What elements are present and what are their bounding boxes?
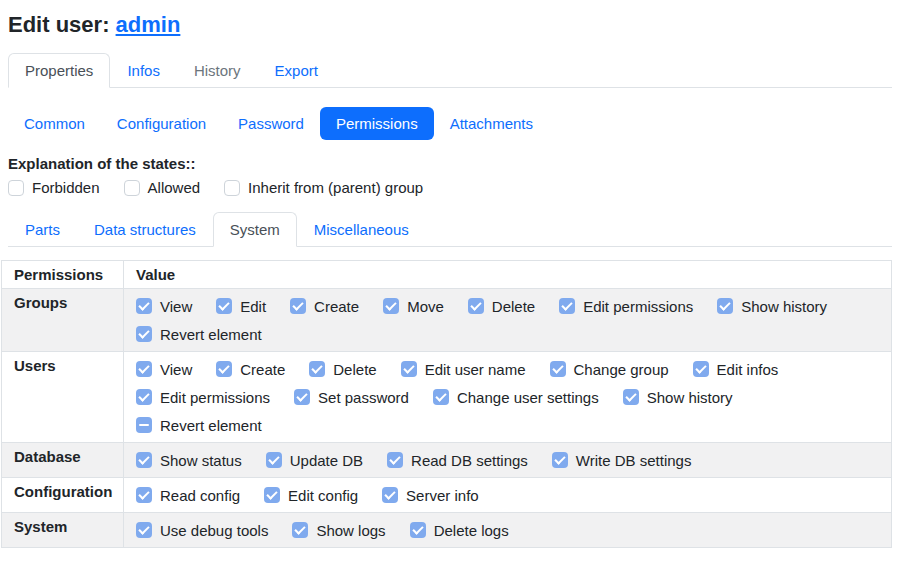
column-header-permissions: Permissions [2, 261, 124, 289]
checkbox-checked-icon[interactable] [292, 522, 308, 538]
checkbox-checked-icon[interactable] [136, 389, 152, 405]
checkbox-checked-icon[interactable] [382, 487, 398, 503]
checkbox-checked-icon[interactable] [136, 298, 152, 314]
permission-label: Update DB [290, 452, 363, 469]
checkbox-unchecked-icon[interactable] [124, 180, 140, 196]
page-container: Edit user: admin PropertiesInfosHistoryE… [0, 0, 906, 548]
row-label: Groups [2, 289, 124, 352]
permission-label: Set password [318, 389, 409, 406]
permission-label: Edit infos [717, 361, 779, 378]
permission-item-read-config: Read config [136, 487, 240, 504]
checkbox-checked-icon[interactable] [309, 361, 325, 377]
permission-item-read-db-settings: Read DB settings [387, 452, 528, 469]
checkbox-checked-icon[interactable] [136, 326, 152, 342]
table-row-configuration: ConfigurationRead configEdit configServe… [2, 478, 892, 513]
permission-item-create: Create [290, 298, 359, 315]
checkbox-checked-icon[interactable] [216, 298, 232, 314]
legend-item-allowed: Allowed [124, 179, 201, 196]
permission-label: Delete logs [434, 522, 509, 539]
permission-item-view: View [136, 361, 192, 378]
permission-item-show-history: Show history [623, 389, 733, 406]
permission-item-use-debug-tools: Use debug tools [136, 522, 268, 539]
row-label: Database [2, 443, 124, 478]
permission-item-delete-logs: Delete logs [410, 522, 509, 539]
permission-item-change-user-settings: Change user settings [433, 389, 599, 406]
permission-label: Edit permissions [160, 389, 270, 406]
permission-label: Write DB settings [576, 452, 692, 469]
legend-heading: Explanation of the states:: [8, 155, 892, 172]
checkbox-checked-icon[interactable] [433, 389, 449, 405]
table-row-system: SystemUse debug toolsShow logsDelete log… [2, 513, 892, 548]
permission-label: Show history [741, 298, 827, 315]
checkbox-checked-icon[interactable] [387, 452, 403, 468]
sub-tab-permissions[interactable]: Permissions [320, 107, 434, 140]
check-label: Allowed [148, 179, 201, 196]
section-tab-miscellaneous[interactable]: Miscellaneous [297, 212, 426, 247]
checkbox-checked-icon[interactable] [717, 298, 733, 314]
permission-item-view: View [136, 298, 192, 315]
section-tab-data-structures[interactable]: Data structures [77, 212, 213, 247]
permission-item-show-status: Show status [136, 452, 242, 469]
legend-row: ForbiddenAllowedInherit from (parent) gr… [8, 179, 892, 196]
section-tab-parts[interactable]: Parts [8, 212, 77, 247]
permission-item-delete: Delete [309, 361, 376, 378]
sub-tab-configuration[interactable]: Configuration [101, 107, 222, 140]
page-title: Edit user: admin [8, 12, 892, 38]
permission-line: Use debug toolsShow logsDelete logs [136, 518, 879, 542]
edited-user-link[interactable]: admin [116, 12, 181, 37]
permission-item-server-info: Server info [382, 487, 479, 504]
table-row-users: UsersViewCreateDeleteEdit user nameChang… [2, 352, 892, 443]
permission-item-edit-permissions: Edit permissions [136, 389, 270, 406]
checkbox-checked-icon[interactable] [290, 298, 306, 314]
checkbox-checked-icon[interactable] [266, 452, 282, 468]
sub-tab-attachments[interactable]: Attachments [434, 107, 549, 140]
main-tab-export[interactable]: Export [258, 53, 335, 88]
sub-tab-password[interactable]: Password [222, 107, 320, 140]
row-value-cell: ViewCreateDeleteEdit user nameChange gro… [124, 352, 892, 443]
permission-label: View [160, 298, 192, 315]
checkbox-unchecked-icon[interactable] [224, 180, 240, 196]
main-tab-infos[interactable]: Infos [110, 53, 177, 88]
checkbox-checked-icon[interactable] [136, 361, 152, 377]
permission-item-revert-element: Revert element [136, 417, 262, 434]
main-tabs: PropertiesInfosHistoryExport [8, 53, 892, 88]
permission-label: Change group [574, 361, 669, 378]
main-tab-properties[interactable]: Properties [8, 53, 110, 88]
checkbox-checked-icon[interactable] [552, 452, 568, 468]
main-tab-history[interactable]: History [177, 53, 258, 88]
permission-label: Edit permissions [583, 298, 693, 315]
permission-item-move: Move [383, 298, 444, 315]
permission-line: Revert element [136, 413, 879, 437]
row-value-cell: ViewEditCreateMoveDeleteEdit permissions… [124, 289, 892, 352]
row-label: Users [2, 352, 124, 443]
permission-label: Delete [333, 361, 376, 378]
checkbox-checked-icon[interactable] [559, 298, 575, 314]
section-tab-system[interactable]: System [213, 212, 297, 247]
permission-line: Edit permissionsSet passwordChange user … [136, 385, 879, 409]
permission-label: Edit user name [425, 361, 526, 378]
row-value-cell: Use debug toolsShow logsDelete logs [124, 513, 892, 548]
checkbox-unchecked-icon[interactable] [8, 180, 24, 196]
checkbox-checked-icon[interactable] [136, 487, 152, 503]
legend-item-inherit-from-parent-group: Inherit from (parent) group [224, 179, 423, 196]
sub-tab-common[interactable]: Common [8, 107, 101, 140]
checkbox-checked-icon[interactable] [294, 389, 310, 405]
check-label: Forbidden [32, 179, 100, 196]
checkbox-checked-icon[interactable] [550, 361, 566, 377]
checkbox-checked-icon[interactable] [136, 522, 152, 538]
checkbox-checked-icon[interactable] [401, 361, 417, 377]
checkbox-checked-icon[interactable] [136, 452, 152, 468]
checkbox-checked-icon[interactable] [623, 389, 639, 405]
permission-item-create: Create [216, 361, 285, 378]
checkbox-checked-icon[interactable] [468, 298, 484, 314]
checkbox-checked-icon[interactable] [410, 522, 426, 538]
permission-line: ViewCreateDeleteEdit user nameChange gro… [136, 357, 879, 381]
checkbox-checked-icon[interactable] [383, 298, 399, 314]
permission-label: Create [240, 361, 285, 378]
checkbox-checked-icon[interactable] [693, 361, 709, 377]
checkbox-checked-icon[interactable] [264, 487, 280, 503]
check-label: Inherit from (parent) group [248, 179, 423, 196]
permission-label: Move [407, 298, 444, 315]
checkbox-checked-icon[interactable] [216, 361, 232, 377]
checkbox-indeterminate-icon[interactable] [136, 417, 152, 433]
